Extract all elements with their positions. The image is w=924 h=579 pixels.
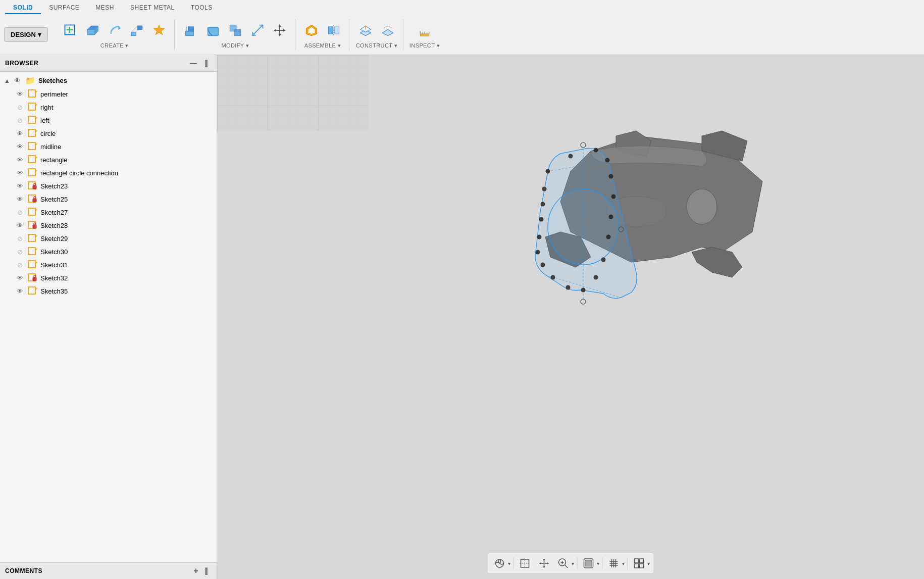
grid-dropdown[interactable]: ▾ [622,561,625,566]
viewport-mode-button[interactable] [631,555,647,571]
new-sketch-button[interactable] [60,20,80,40]
svg-rect-40 [28,156,35,163]
sketch-item-7[interactable]: 👁 Sketch23 [0,179,217,192]
component-button[interactable] [301,20,322,40]
viewport-dropdown[interactable]: ▾ [647,561,650,566]
sketch-item-0[interactable]: 👁 perimeter [0,87,217,101]
sketch-item-11[interactable]: ⊘ Sketch29 [0,232,217,245]
sketch-item-8[interactable]: 👁 Sketch25 [0,192,217,206]
eye-right[interactable]: ⊘ [15,103,24,112]
eye-left[interactable]: ⊘ [15,116,24,125]
browser-panel-toggle[interactable]: ‖ [201,58,212,68]
look-at-button[interactable] [517,555,533,571]
sketch-icon-sketch30 [27,247,37,257]
sketch-item-5[interactable]: 👁 rectangle [0,153,217,166]
orbit-button[interactable] [492,555,508,571]
tab-surface[interactable]: SURFACE [41,2,87,14]
eye-rectangle[interactable]: 👁 [15,155,24,164]
zoom-dropdown[interactable]: ▾ [572,561,574,566]
sketch-icon-sketch23 [27,181,37,191]
sketch-name-10: Sketch28 [40,222,68,229]
eye-sketch35[interactable]: 👁 [15,286,24,296]
sketch-name-3: circle [40,130,56,137]
create-label[interactable]: CREATE ▾ [100,42,129,49]
sketch-item-15[interactable]: 👁 Sketch35 [0,284,217,298]
press-pull-button[interactable] [181,20,201,40]
tab-tools[interactable]: TOOLS [183,2,221,14]
sketch-icon-right [27,102,37,112]
sketch-item-9[interactable]: ⊘ Sketch27 [0,206,217,219]
revolve-button[interactable] [105,20,125,40]
eye-sketch31[interactable]: ⊘ [15,260,24,269]
zoom-in-button[interactable] [555,555,572,571]
svg-rect-119 [640,559,644,563]
tab-mesh[interactable]: MESH [87,2,122,14]
sketch-item-12[interactable]: ⊘ Sketch30 [0,245,217,258]
display-dropdown[interactable]: ▾ [597,561,599,566]
eye-sketch23[interactable]: 👁 [15,181,24,190]
sketch-item-1[interactable]: ⊘ right [0,101,217,114]
display-mode-button[interactable] [581,555,597,571]
design-button[interactable]: DESIGN ▾ [4,27,48,42]
eye-circle[interactable]: 👁 [15,129,24,138]
eye-rcc[interactable]: 👁 [15,168,24,177]
svg-rect-4 [131,32,136,35]
svg-rect-7 [185,31,193,35]
eye-icon-root[interactable]: 👁 [13,76,22,85]
comments-panel-toggle[interactable]: ‖ [201,566,212,576]
eye-sketch30[interactable]: ⊘ [15,247,24,256]
plane-along-path-button[interactable] [378,20,398,40]
assemble-buttons [301,20,344,40]
sketches-folder[interactable]: ▲ 👁 📁 Sketches [0,74,217,87]
inspect-label[interactable]: INSPECT ▾ [409,42,440,49]
svg-point-89 [581,288,586,293]
sketch-item-4[interactable]: 👁 midline [0,140,217,153]
modify-label[interactable]: MODIFY ▾ [221,42,249,49]
sketch-name-6: rectangel circle connection [40,169,118,177]
special-button[interactable] [149,20,169,40]
svg-marker-104 [539,562,541,564]
tab-solid[interactable]: SOLID [5,2,41,14]
viewport-toolbar: ▾ [487,553,654,574]
measure-button[interactable] [415,20,435,40]
eye-sketch29[interactable]: ⊘ [15,234,24,243]
sketch-item-2[interactable]: ⊘ left [0,114,217,127]
svg-point-83 [609,174,613,179]
sketch-icon-circle [27,128,37,138]
move-button[interactable] [270,20,290,40]
main-area: BROWSER — ‖ ▲ 👁 📁 Sketches 👁 perimeter ⊘ [0,55,924,579]
construct-label[interactable]: CONSTRUCT ▾ [356,42,397,49]
separator-2 [577,557,578,569]
sketch-item-14[interactable]: 👁 Sketch32 [0,271,217,284]
svg-rect-3 [87,29,94,35]
viewport[interactable]: ▾ [217,55,924,579]
fillet-button[interactable] [203,20,223,40]
loft-button[interactable] [127,20,147,40]
pan-button[interactable] [536,555,552,571]
svg-marker-6 [153,25,164,34]
eye-sketch32[interactable]: 👁 [15,273,24,282]
eye-sketch25[interactable]: 👁 [15,195,24,204]
eye-perimeter[interactable]: 👁 [15,89,24,99]
tab-sheet-metal[interactable]: SHEET METAL [122,2,183,14]
combine-button[interactable] [225,20,245,40]
eye-sketch27[interactable]: ⊘ [15,208,24,217]
separator-1 [514,557,514,569]
browser-minimize-button[interactable]: — [188,58,198,68]
add-comment-button[interactable]: + [193,566,198,575]
offset-plane-button[interactable] [355,20,376,40]
sketch-item-13[interactable]: ⊘ Sketch31 [0,258,217,271]
eye-sketch28[interactable]: 👁 [15,221,24,230]
assemble-label[interactable]: ASSEMBLE ▾ [304,42,341,49]
mirror-button[interactable] [324,20,344,40]
sketch-item-3[interactable]: 👁 circle [0,127,217,140]
scale-button[interactable] [247,20,268,40]
model-3d[interactable] [217,55,924,579]
sketches-tree: ▲ 👁 📁 Sketches 👁 perimeter ⊘ right ⊘ lef… [0,72,217,562]
grid-toggle-button[interactable] [606,555,622,571]
eye-midline[interactable]: 👁 [15,142,24,151]
sketch-item-6[interactable]: 👁 rectangel circle connection [0,166,217,179]
sketch-item-10[interactable]: 👁 Sketch28 [0,219,217,232]
orbit-dropdown[interactable]: ▾ [508,561,510,566]
extrude-button[interactable] [82,20,102,40]
